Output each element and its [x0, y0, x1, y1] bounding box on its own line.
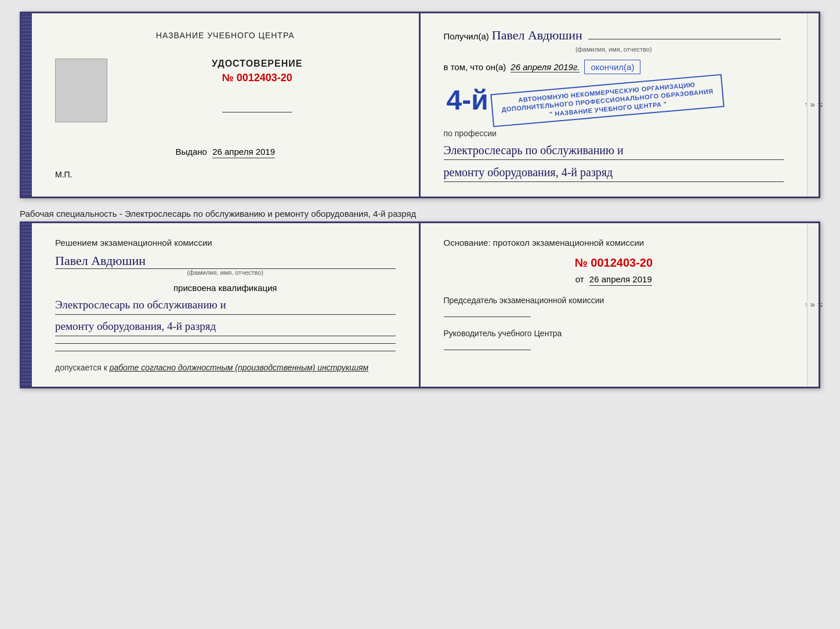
bottom-fio: Павел Авдюшин: [55, 253, 396, 269]
poluchil-row: Получил(a) Павел Авдюшин: [444, 28, 784, 43]
cert-left-panel: НАЗВАНИЕ УЧЕБНОГО ЦЕНТРА УДОСТОВЕРЕНИЕ №…: [32, 13, 421, 197]
resheniem: Решением экзаменационной комиссии: [55, 238, 396, 248]
profession-line-2: ремонту оборудования, 4-й разряд: [444, 163, 784, 182]
mp-label: М.П.: [55, 170, 73, 179]
poluchil-label: Получил(a): [444, 31, 489, 41]
dopuskaetsya: допускается к работе согласно должностны…: [55, 363, 396, 372]
ot-date: от 26 апреля 2019: [444, 274, 784, 284]
vydano-label: Выдано 26 апреля 2019: [175, 147, 275, 157]
edge-b-char-2: а: [810, 303, 817, 307]
protocol-number: № 0012403-20: [444, 256, 784, 270]
spine-left: [21, 13, 32, 197]
grade: 4-й: [447, 86, 488, 114]
rukovoditel-block: Руководитель учебного Центра: [444, 329, 784, 350]
qualification-line-1: Электрослесарь по обслуживанию и: [55, 296, 396, 315]
vtom-label: в том, что он(а): [444, 62, 506, 72]
rukovoditel-sign-line: [444, 350, 531, 350]
right-edge: И а ←: [807, 13, 819, 197]
empty-line-1: [55, 343, 396, 344]
empty-line-2: [55, 351, 396, 351]
ot-date-value: 26 апреля 2019: [589, 274, 652, 286]
vydano-block: Выдано 26 апреля 2019: [55, 147, 396, 157]
divider-text: Рабочая специальность - Электрослесарь п…: [20, 209, 416, 219]
cert-middle-row: УДОСТОВЕРЕНИЕ № 0012403-20: [55, 59, 396, 122]
vtom-row: в том, что он(а) 26 апреля 2019г. окончи…: [444, 60, 784, 74]
edge-char-2: а: [810, 103, 817, 107]
fio-subtext: (фамилия, имя, отчество): [444, 46, 784, 53]
okonchil-label: окончил(а): [584, 60, 640, 74]
bottom-certificate: Решением экзаменационной комиссии Павел …: [20, 221, 820, 389]
section-divider: Рабочая специальность - Электрослесарь п…: [20, 204, 820, 221]
cert-right-panel: Получил(a) Павел Авдюшин (фамилия, имя, …: [421, 13, 808, 197]
dopusk-text: работе согласно должностным (производств…: [110, 363, 369, 372]
bottom-left-panel: Решением экзаменационной комиссии Павел …: [32, 223, 421, 387]
recipient-name: Павел Авдюшин: [492, 28, 582, 43]
prisvoena: присвоена квалификация: [55, 283, 396, 293]
qualification-line-2: ремонту оборудования, 4-й разряд: [55, 317, 396, 336]
vtom-date: 26 апреля 2019г.: [510, 62, 580, 72]
edge-b-char-1: И: [817, 303, 824, 307]
po-professii: по профессии: [444, 129, 784, 138]
top-certificate: НАЗВАНИЕ УЧЕБНОГО ЦЕНТРА УДОСТОВЕРЕНИЕ №…: [20, 12, 820, 198]
predsedatel-block: Председатель экзаменационной комиссии: [444, 296, 784, 317]
bottom-fio-subtext: (фамилия, имя, отчество): [55, 269, 396, 276]
edge-b-char-3: ←: [803, 302, 810, 308]
edge-char-1: И: [817, 103, 824, 107]
rukovoditel-label: Руководитель учебного Центра: [444, 329, 784, 338]
osnovanie: Основание: протокол экзаменационной коми…: [444, 238, 784, 248]
vydano-date: 26 апреля 2019: [212, 147, 275, 158]
cert-title: НАЗВАНИЕ УЧЕБНОГО ЦЕНТРА: [156, 31, 295, 40]
right-edge-bottom: И а ←: [807, 223, 819, 387]
stamp-block: АВТОНОМНУЮ НЕКОММЕРЧЕСКУЮ ОРГАНИЗАЦИЮ ДО…: [490, 74, 725, 128]
profession-line-1: Электрослесарь по обслуживанию и: [444, 141, 784, 160]
spine-left-bottom: [21, 223, 32, 387]
vydano-row: Выдано 26 апреля 2019: [55, 147, 396, 157]
fio-block: Павел Авдюшин (фамилия, имя, отчество): [55, 253, 396, 276]
udostoverenie-block: УДОСТОВЕРЕНИЕ № 0012403-20: [119, 59, 396, 112]
dash-line: [588, 39, 781, 39]
predsedatel-label: Председатель экзаменационной комиссии: [444, 296, 784, 305]
predsedatel-sign-line: [444, 317, 531, 317]
udostoverenie-label: УДОСТОВЕРЕНИЕ: [119, 59, 396, 69]
bottom-right-panel: Основание: протокол экзаменационной коми…: [421, 223, 808, 387]
photo-placeholder: [55, 59, 107, 122]
cert-number: № 0012403-20: [119, 72, 396, 84]
